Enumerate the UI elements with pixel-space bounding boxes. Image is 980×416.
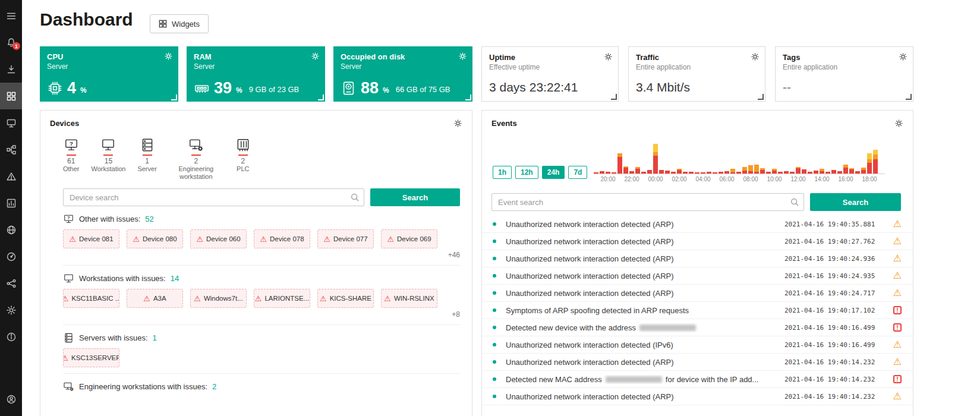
gear-icon[interactable] [604, 52, 613, 61]
tags-widget[interactable]: Tags Entire application -- [775, 46, 913, 102]
settings-icon[interactable] [0, 297, 22, 323]
group-count[interactable]: 2 [212, 382, 216, 391]
event-text: Unauthorized network interaction detecte… [506, 392, 784, 401]
devices-icon[interactable] [0, 109, 22, 136]
chart-bar [671, 172, 676, 174]
gear-icon[interactable] [453, 119, 462, 128]
event-timestamp: 2021-04-16 19:40:24.935 [784, 272, 890, 280]
event-text: Unauthorized network interaction detecte… [506, 254, 784, 263]
download-icon[interactable] [0, 56, 22, 83]
time-range-7d[interactable]: 7d [568, 166, 587, 179]
page-title: Dashboard [40, 10, 133, 30]
event-row[interactable]: Unauthorized network interaction detecte… [482, 285, 913, 302]
connections-icon[interactable] [0, 270, 22, 297]
device-type[interactable]: ?61Other [63, 137, 80, 180]
event-row[interactable]: Detected new MAC addressfor device with … [482, 371, 913, 388]
time-range-12h[interactable]: 12h [515, 166, 538, 179]
event-row[interactable]: Unauthorized network interaction detecte… [482, 250, 913, 267]
asset-tree-icon[interactable] [0, 136, 22, 163]
gauge-icon[interactable] [0, 243, 22, 270]
device-chip[interactable]: ⚠KSC13SERVER [63, 348, 119, 367]
warning-icon: ⚠ [890, 219, 905, 229]
group-label: Other with issues: [79, 215, 140, 223]
warning-icon: ⚠ [260, 235, 267, 244]
chart-bar [713, 172, 717, 174]
device-type[interactable]: 2PLC [235, 137, 251, 180]
gear-icon[interactable] [899, 52, 907, 61]
search-icon [350, 193, 360, 202]
notification-badge: 1 [12, 42, 20, 50]
uptime-widget[interactable]: Uptime Effective uptime 3 days 23:22:41 [481, 46, 619, 102]
event-search-input[interactable] [491, 193, 804, 211]
group-count[interactable]: 52 [145, 215, 153, 223]
device-chip[interactable]: ⚠A3A [127, 289, 183, 308]
device-chip[interactable]: ⚠WIN-RSLINX [381, 289, 437, 308]
card-subtitle: Entire application [783, 63, 906, 71]
event-text: Unauthorized network interaction detecte… [506, 272, 784, 281]
event-row[interactable]: Unauthorized network interaction detecte… [482, 354, 913, 371]
event-row[interactable]: Symptoms of ARP spoofing detected in ARP… [482, 302, 913, 319]
device-chip[interactable]: ⚠Device 081 [63, 229, 119, 248]
event-row[interactable]: Unauthorized network interaction detecte… [482, 216, 913, 233]
event-row[interactable]: Unauthorized network interaction detecte… [482, 388, 913, 405]
event-timestamp: 2021-04-16 19:40:35.881 [784, 220, 890, 228]
device-type[interactable]: 1Server [137, 137, 156, 180]
alarm-indicator [191, 155, 201, 156]
more-devices-count[interactable]: +46 [63, 251, 460, 259]
gear-icon[interactable] [458, 52, 467, 61]
more-devices-count[interactable]: +8 [63, 310, 460, 319]
device-chips-row: ⚠Device 081⚠Device 080⚠Device 060⚠Device… [63, 229, 460, 248]
devices-panel: Devices ?61Other15Workstation1Server2Eng… [40, 110, 472, 416]
chart-bar [837, 171, 842, 174]
account-icon[interactable] [0, 386, 22, 412]
event-search-button[interactable]: Search [810, 193, 901, 211]
device-chip[interactable]: ⚠Windows7t... [190, 289, 247, 308]
event-row[interactable]: Unauthorized network interaction detecte… [482, 267, 913, 285]
cpu-widget[interactable]: CPU Server 4 % [40, 46, 178, 102]
disk-widget[interactable]: Occupied on disk Server 88 % 66 GB of 75… [333, 46, 472, 102]
event-row[interactable]: Unauthorized network interaction detecte… [482, 336, 913, 354]
card-title: Occupied on disk [341, 52, 465, 61]
time-range-1h[interactable]: 1h [493, 166, 512, 179]
gear-icon[interactable] [311, 52, 320, 61]
gear-icon[interactable] [751, 52, 760, 61]
group-count[interactable]: 14 [171, 274, 179, 283]
device-chip[interactable]: ⚠Device 069 [381, 229, 437, 248]
device-type[interactable]: 15Workstation [92, 137, 126, 180]
device-chip[interactable]: ⚠KICS-SHARE [317, 289, 374, 308]
gear-icon[interactable] [894, 119, 903, 128]
chart-tick-label: 22:00 [624, 176, 639, 182]
reports-icon[interactable] [0, 190, 22, 216]
device-chip-label: KICS-SHARE [330, 295, 371, 302]
about-icon[interactable] [0, 323, 22, 350]
event-status-dot [493, 257, 496, 260]
menu-icon[interactable] [0, 2, 22, 29]
workstation-icon [63, 273, 74, 284]
group-count[interactable]: 1 [153, 333, 157, 342]
device-chip[interactable]: ⚠Device 080 [127, 229, 183, 248]
event-timestamp: 2021-04-16 19:40:14.232 [784, 393, 890, 401]
time-range-24h[interactable]: 24h [542, 166, 565, 179]
device-search-input[interactable] [63, 188, 364, 206]
device-chip[interactable]: ⚠KSC11BASIC ... [63, 289, 119, 308]
gear-icon[interactable] [164, 52, 173, 61]
alerts-icon[interactable] [0, 163, 22, 190]
network-map-icon[interactable] [0, 216, 22, 243]
device-chip[interactable]: ⚠Device 077 [317, 229, 374, 248]
device-chip-label: WIN-RSLINX [394, 295, 434, 302]
event-timestamp: 2021-04-16 19:40:17.102 [784, 307, 890, 314]
traffic-widget[interactable]: Traffic Entire application 3.4 Mbit/s [628, 46, 765, 102]
device-chip[interactable]: ⚠Device 078 [254, 229, 310, 248]
ram-widget[interactable]: RAM Server 39 % 9 GB of 23 GB [187, 46, 325, 102]
device-chip[interactable]: ⚠LARIONTSE... [254, 289, 310, 308]
event-row[interactable]: Detected new device with the address2021… [482, 319, 913, 336]
device-type[interactable]: 2Engineering workstation [169, 137, 223, 180]
dashboard-icon[interactable] [0, 83, 22, 109]
widgets-button[interactable]: Widgets [150, 14, 209, 33]
notifications-icon[interactable]: 1 [0, 29, 22, 56]
device-chip[interactable]: ⚠Device 060 [190, 229, 247, 248]
event-row[interactable]: Unauthorized network interaction detecte… [482, 233, 913, 250]
device-search-button[interactable]: Search [370, 188, 460, 206]
chart-bar [814, 171, 818, 174]
device-chips-row: ⚠KSC13SERVER [63, 348, 460, 367]
